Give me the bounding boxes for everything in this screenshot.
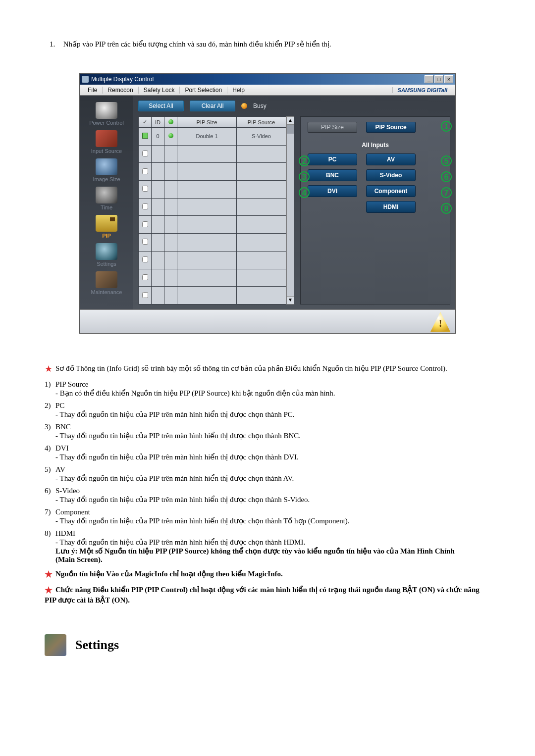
titlebar: Multiple Display Control _ □ × [80, 74, 455, 85]
settings-title: Settings [75, 638, 119, 653]
callout-4: 4 [299, 187, 310, 198]
callout-2: 2 [299, 155, 310, 166]
menu-help[interactable]: Help [227, 87, 250, 94]
item-title: AV [55, 465, 65, 473]
sidebar-item-pip[interactable]: PIP [84, 213, 129, 241]
row-checkbox[interactable] [142, 168, 148, 174]
item-sub: - Thay đổi nguồn tín hiệu của PIP trên m… [55, 538, 305, 546]
star-icon: ★ [45, 569, 53, 579]
tab-pip-source[interactable]: PIP Source [366, 122, 416, 133]
select-all-button[interactable]: Select All [138, 101, 184, 111]
src-av-button[interactable]: AV [366, 153, 416, 165]
col-header-pip-size[interactable]: PIP Size [177, 117, 237, 128]
tab-pip-size[interactable]: PIP Size [308, 122, 357, 133]
col-header-check[interactable]: ✓ [139, 117, 152, 128]
callout-5: 5 [441, 155, 452, 166]
status-dot-icon [168, 133, 173, 138]
row-checkbox[interactable] [142, 186, 148, 192]
col-header-pip-source[interactable]: PIP Source [237, 117, 286, 128]
sidebar-item-input[interactable]: Input Source [84, 129, 129, 156]
row-checkbox[interactable] [142, 256, 148, 262]
row-checkbox[interactable] [142, 151, 148, 156]
clear-all-button[interactable]: Clear All [190, 101, 235, 111]
sidebar-item-maintenance[interactable]: Maintenance [84, 270, 129, 297]
item-title: PIP Source [55, 380, 89, 388]
scroll-up-icon[interactable]: ▲ [287, 117, 294, 125]
app-window: Multiple Display Control _ □ × File Remo… [79, 73, 456, 334]
col-header-id[interactable]: ID [152, 117, 164, 128]
busy-label: Busy [253, 102, 267, 109]
settings-heading: Settings [45, 634, 490, 656]
status-header-icon [168, 119, 173, 124]
row-checkbox[interactable] [142, 274, 148, 280]
toolbar: Select All Clear All Busy [138, 101, 450, 111]
src-bnc-button[interactable]: BNC [308, 169, 357, 181]
star-icon: ★ [45, 364, 53, 374]
pip-icon [96, 215, 117, 232]
minimize-button[interactable]: _ [425, 75, 433, 83]
row-checkbox[interactable] [142, 203, 148, 209]
src-hdmi-button[interactable]: HDMI [366, 201, 416, 213]
grid-wrap: ✓ ID PIP Size PIP Source 0 [138, 116, 294, 304]
scroll-thumb[interactable] [287, 125, 294, 134]
menu-port-selection[interactable]: Port Selection [179, 87, 227, 94]
table-row[interactable] [139, 216, 286, 234]
row-checkbox[interactable] [142, 221, 148, 227]
table-row[interactable] [139, 145, 286, 163]
sidebar: Power Control Input Source Image Size Ti… [80, 96, 133, 309]
window-buttons: _ □ × [425, 75, 453, 83]
callout-7: 7 [441, 187, 452, 198]
callout-6: 6 [441, 171, 452, 182]
item-num: 4) [45, 444, 55, 453]
menu-safety-lock[interactable]: Safety Lock [138, 87, 180, 94]
src-dvi-button[interactable]: DVI [308, 185, 357, 197]
item-sub: - Thay đổi nguồn tín hiệu của PIP trên m… [55, 432, 301, 440]
item-num: 6) [45, 487, 55, 495]
item-title: HDMI [55, 529, 75, 537]
src-component-button[interactable]: Component [366, 185, 416, 197]
table-row[interactable] [139, 287, 286, 304]
sidebar-item-settings[interactable]: Settings [84, 242, 129, 269]
table-row[interactable] [139, 251, 286, 269]
item-sub: - Thay đổi nguồn tín hiệu của PIP trên m… [55, 496, 310, 504]
item-num: 7) [45, 508, 55, 516]
close-button[interactable]: × [444, 75, 453, 83]
table-row[interactable] [139, 181, 286, 199]
item-title: BNC [55, 423, 71, 431]
item-sub: - Thay đổi nguồn tín hiệu của PIP trên m… [55, 410, 295, 418]
src-pc-button[interactable]: PC [308, 153, 357, 165]
cell-id: 0 [152, 128, 164, 146]
intro-num: 1. [50, 40, 61, 49]
table-row[interactable] [139, 269, 286, 287]
menu-remocon[interactable]: Remocon [102, 87, 138, 94]
table-row[interactable]: 0 Double 1 S-Video [139, 128, 286, 146]
table-row[interactable] [139, 163, 286, 181]
item-sub: - Thay đổi nguồn tín hiệu của PIP trên m… [55, 517, 350, 525]
row-checkbox[interactable] [142, 239, 148, 245]
grid-vertical-scrollbar[interactable]: ▲ ▼ [286, 116, 294, 304]
app-icon [82, 76, 89, 83]
note-info-grid: Sơ đồ Thông tin (Info Grid) sẽ trình bày… [55, 364, 447, 372]
table-row[interactable] [139, 198, 286, 216]
cell-pip-source: S-Video [237, 128, 286, 146]
maximize-button[interactable]: □ [434, 75, 443, 83]
row-checkbox[interactable] [142, 292, 148, 298]
sidebar-item-time[interactable]: Time [84, 185, 129, 212]
src-svideo-button[interactable]: S-Video [366, 169, 416, 181]
col-header-status[interactable] [164, 117, 177, 128]
sidebar-label-maintenance: Maintenance [84, 289, 129, 295]
settings-icon [96, 243, 117, 260]
power-icon [96, 102, 117, 119]
scroll-down-icon[interactable]: ▼ [287, 296, 294, 304]
row-checkbox-checked[interactable] [142, 133, 148, 139]
note-magicinfo: Nguồn tín hiệu Vào của MagicInfo chỉ hoạ… [55, 570, 283, 578]
menu-file[interactable]: File [83, 87, 102, 94]
table-row[interactable] [139, 234, 286, 252]
sidebar-item-image-size[interactable]: Image Size [84, 157, 129, 184]
callout-3: 3 [299, 171, 310, 182]
sidebar-item-power[interactable]: Power Control [84, 101, 129, 128]
midrow: ✓ ID PIP Size PIP Source 0 [138, 116, 450, 304]
sidebar-label-settings: Settings [84, 261, 129, 267]
info-grid: ✓ ID PIP Size PIP Source 0 [138, 116, 286, 304]
app-title: Multiple Display Control [91, 76, 154, 83]
